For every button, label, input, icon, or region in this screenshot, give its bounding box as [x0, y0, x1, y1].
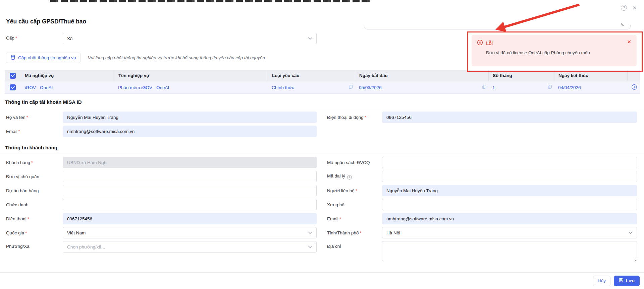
required-mark: * — [15, 35, 17, 41]
divider — [0, 108, 644, 108]
field-label: Chức danh — [5, 202, 63, 207]
table-row[interactable]: iGOV - OneAI Phần mềm iGOV - OneAI Chính… — [5, 81, 640, 93]
copy-icon[interactable] — [482, 85, 486, 90]
select-all-checkbox[interactable] — [10, 73, 16, 79]
chevron-down-icon — [308, 37, 312, 40]
window-controls: ? ✕ — [621, 5, 637, 11]
column-header: Mã nghiệp vụ — [21, 70, 114, 81]
business-table: Mã nghiệp vụ Tên nghiệp vụ Loại yêu cầu … — [5, 70, 640, 94]
header-checkbox-cell — [5, 70, 21, 81]
salutation-input[interactable] — [382, 199, 637, 210]
customer-input — [63, 157, 317, 168]
field-label: Điện thoại* — [5, 216, 63, 221]
field-label: Dự án bán hàng — [5, 188, 63, 193]
misa-id-form: Họ và tên* Điện thoại di động* Email* — [0, 112, 644, 140]
row-actions-cell — [627, 84, 641, 91]
resize-handle-icon[interactable] — [621, 23, 624, 27]
ward-select-placeholder: Chọn phường/xã... — [67, 244, 105, 249]
chevron-down-icon — [308, 245, 312, 248]
cell-end-date[interactable]: 04/04/2026 — [554, 85, 627, 90]
update-business-info-label: Cập nhật thông tin nghiệp vụ — [18, 55, 76, 60]
update-business-info-button[interactable]: Cập nhật thông tin nghiệp vụ — [6, 53, 80, 63]
misa-email-input[interactable] — [63, 126, 317, 137]
field-label: Xưng hô — [317, 202, 382, 207]
cell-code[interactable]: iGOV - OneAI — [21, 85, 114, 90]
field-label: Điện thoại di động* — [317, 115, 382, 120]
form-row: Phường/Xã Chọn phường/xã... Địa chỉ — [0, 241, 644, 261]
footer-bar: Hủy Lưu — [0, 272, 644, 289]
database-icon — [10, 55, 15, 61]
cap-select[interactable]: Xã — [63, 33, 317, 44]
job-title-input[interactable] — [63, 199, 317, 210]
field-label: Đơn vị chủ quản — [5, 174, 63, 179]
field-label: Quốc gia* — [5, 230, 63, 235]
cell-start-date[interactable]: 05/03/2026 — [355, 85, 488, 90]
row-checkbox[interactable] — [10, 84, 16, 90]
field-label: Địa chỉ — [317, 241, 382, 249]
cancel-button[interactable]: Hủy — [593, 276, 610, 286]
error-toast-title: Lỗi — [486, 40, 493, 46]
contact-person-input[interactable] — [382, 185, 637, 196]
help-icon[interactable]: ? — [621, 5, 627, 11]
required-mark: * — [360, 230, 362, 235]
field-label: Người liên hệ* — [317, 188, 382, 193]
required-mark: * — [356, 188, 357, 193]
customer-email-input[interactable] — [382, 213, 637, 224]
page-title: Yêu cầu cấp GPSD/Thuê bao — [6, 18, 86, 25]
field-label: Mã đại lýi — [317, 173, 382, 179]
close-icon[interactable]: ✕ — [632, 5, 637, 10]
clipped-textarea-bottom[interactable] — [364, 25, 631, 29]
cell-months[interactable]: 1 — [488, 85, 554, 90]
mobile-phone-input[interactable] — [382, 112, 637, 123]
required-mark: * — [339, 216, 341, 221]
save-button-label: Lưu — [626, 278, 635, 283]
required-mark: * — [18, 129, 20, 134]
required-mark: * — [28, 216, 29, 221]
save-icon — [619, 278, 624, 284]
toast-close-icon[interactable]: ✕ — [627, 39, 631, 45]
chevron-down-icon — [628, 231, 633, 234]
row-checkbox-cell — [5, 84, 21, 90]
required-mark: * — [25, 230, 27, 235]
required-mark: * — [26, 115, 28, 120]
province-select-value: Hà Nội — [386, 230, 400, 235]
field-label: Họ và tên* — [5, 115, 63, 120]
country-select-value: Việt Nam — [67, 230, 86, 235]
customer-form: Khách hàng* Mã ngân sách ĐVCQ Đơn vị chủ… — [0, 157, 644, 264]
field-label: Tỉnh/Thành phố* — [317, 230, 382, 235]
field-label: Email* — [317, 216, 382, 221]
budget-code-input[interactable] — [382, 157, 637, 168]
annotation-arrow — [488, 1, 589, 35]
required-mark: * — [31, 160, 33, 165]
copy-icon[interactable] — [348, 85, 353, 90]
add-row-icon[interactable] — [631, 84, 637, 91]
update-note: Vui lòng cập nhật thông tin nghiệp vụ tr… — [88, 55, 265, 60]
cap-select-value: Xã — [67, 36, 73, 41]
form-row: Email* — [0, 126, 644, 137]
section-title-customer: Thông tin khách hàng — [5, 145, 57, 150]
country-select[interactable]: Việt Nam — [63, 227, 317, 238]
province-select[interactable]: Hà Nội — [382, 227, 637, 238]
phone-input[interactable] — [63, 213, 317, 224]
cap-label: Cấp* — [6, 35, 17, 41]
info-icon[interactable]: i — [347, 175, 352, 179]
column-header: Loại yêu cầu — [268, 70, 355, 81]
section-title-misa-id: Thông tin cấp tài khoản MISA ID — [5, 99, 82, 105]
field-label: Phường/Xã — [5, 241, 63, 249]
form-row: Dự án bán hàng Người liên hệ* — [0, 185, 644, 196]
full-name-input[interactable] — [63, 112, 317, 123]
save-button[interactable]: Lưu — [614, 276, 640, 286]
form-row: Đơn vị chủ quản Mã đại lýi — [0, 171, 644, 182]
form-row: Quốc gia* Việt Nam Tỉnh/Thành phố* Hà Nộ… — [0, 227, 644, 238]
field-label: Email* — [5, 129, 63, 134]
cell-type[interactable]: Chính thức — [268, 85, 355, 90]
sales-project-input[interactable] — [63, 185, 317, 196]
ward-select[interactable]: Chọn phường/xã... — [63, 241, 317, 252]
error-circle-icon — [477, 40, 483, 47]
agent-code-input[interactable] — [382, 171, 637, 182]
parent-unit-input[interactable] — [63, 171, 317, 182]
cell-name[interactable]: Phần mềm iGOV - OneAI — [114, 85, 268, 90]
clipped-title-text — [50, 0, 372, 2]
address-textarea[interactable] — [382, 241, 637, 261]
copy-icon[interactable] — [548, 85, 552, 90]
